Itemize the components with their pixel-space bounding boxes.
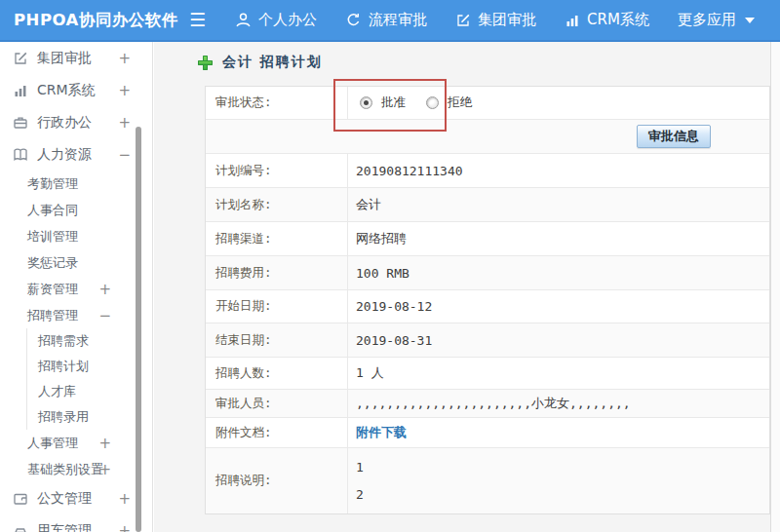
doc-icon (13, 491, 28, 507)
hamburger-menu-icon[interactable]: ☰ (189, 11, 206, 29)
sidebar-item-label: 招聘需求 (38, 332, 89, 350)
expand-plus-icon[interactable]: + (118, 490, 131, 508)
sidebar-item-基础类别设置[interactable]: 基础类别设置+ (0, 456, 152, 482)
sidebar-item-人力资源[interactable]: 人力资源− (0, 138, 152, 171)
briefcase-icon (13, 115, 28, 131)
row-label: 附件文档: (206, 418, 348, 447)
row-value: 批准拒绝 (348, 87, 769, 119)
process-icon (345, 12, 362, 28)
nav-item-4[interactable]: CRM系统 (565, 11, 649, 29)
row-value: 审批信息 (206, 120, 769, 153)
radio-拒绝[interactable] (426, 96, 439, 109)
row-label: 开始日期: (206, 290, 348, 323)
sidebar-item-公文管理[interactable]: 公文管理+ (0, 482, 152, 514)
row-label: 招聘人数: (206, 358, 348, 389)
sidebar-item-CRM系统[interactable]: CRM系统+ (0, 74, 152, 106)
table-row: 结束日期:2019-08-31 (206, 323, 769, 358)
description-line: 2 (356, 487, 364, 502)
sidebar-item-薪资管理[interactable]: 薪资管理+ (0, 276, 152, 302)
attachment-download-link[interactable]: 附件下载 (356, 424, 407, 441)
sidebar-item-人事合同[interactable]: 人事合同 (0, 197, 152, 223)
nav-item-1[interactable]: 个人办公 (235, 11, 317, 29)
nav-item-label: 更多应用 (678, 11, 736, 29)
expand-plus-icon[interactable]: + (98, 281, 111, 298)
table-row: 计划编号:20190812111340 (206, 154, 769, 188)
chart-icon (565, 13, 580, 28)
nav-item-label: 集团审批 (478, 11, 536, 29)
table-row: 计划名称:会计 (206, 188, 769, 222)
page-title: 会计 招聘计划 (198, 54, 323, 71)
sidebar-item-行政办公[interactable]: 行政办公+ (0, 106, 152, 138)
nav-item-2[interactable]: 流程审批 (345, 11, 427, 29)
sidebar-item-人才库[interactable]: 人才库 (26, 379, 152, 404)
sidebar-item-label: 薪资管理 (27, 281, 78, 298)
collapse-minus-icon[interactable]: − (118, 146, 131, 164)
sidebar-scrollbar-thumb[interactable] (136, 127, 141, 532)
vertical-scrollbar[interactable] (770, 42, 780, 532)
radio-批准[interactable] (360, 96, 372, 109)
chart-icon (13, 83, 28, 98)
expand-plus-icon[interactable]: + (98, 435, 111, 452)
caret-down-icon (745, 18, 755, 23)
sidebar-item-集团审批[interactable]: 集团审批+ (0, 42, 152, 74)
sidebar-item-用车管理[interactable]: 用车管理+ (0, 514, 152, 532)
sidebar-item-招聘管理[interactable]: 招聘管理− (0, 302, 152, 328)
sidebar-item-人事管理[interactable]: 人事管理+ (0, 430, 152, 456)
table-row: 审批信息 (206, 120, 769, 154)
sidebar-item-考勤管理[interactable]: 考勤管理 (0, 171, 152, 197)
row-value: 20190812111340 (348, 154, 769, 187)
edit-icon (455, 13, 471, 28)
sidebar: 集团审批+CRM系统+行政办公+人力资源−考勤管理人事合同培训管理奖惩记录薪资管… (0, 42, 153, 532)
row-label: 招聘费用: (206, 256, 348, 289)
sidebar-item-label: 人事管理 (27, 435, 78, 452)
form-table: 审批状态:批准拒绝审批信息计划编号:20190812111340计划名称:会计招… (205, 86, 770, 514)
page-title-text: 会计 招聘计划 (222, 54, 323, 71)
sidebar-item-label: 行政办公 (37, 114, 92, 132)
row-value: 2019-08-12 (348, 290, 769, 323)
sidebar-item-奖惩记录[interactable]: 奖惩记录 (0, 249, 152, 276)
sidebar-item-label: 人事合同 (27, 202, 78, 219)
sidebar-item-招聘需求[interactable]: 招聘需求 (26, 328, 152, 354)
user-icon (235, 12, 252, 28)
sidebar-item-label: 招聘计划 (38, 358, 89, 375)
expand-plus-icon[interactable]: + (118, 522, 131, 532)
row-value: 12 (348, 448, 769, 513)
sidebar-item-label: 招聘管理 (27, 307, 78, 324)
sidebar-item-label: 培训管理 (27, 228, 78, 246)
table-row: 招聘渠道:网络招聘 (206, 222, 769, 256)
row-label: 招聘说明: (206, 448, 348, 513)
table-row: 审批状态:批准拒绝 (206, 87, 769, 120)
approval-status-radio-group: 批准拒绝 (356, 95, 484, 111)
description-line: 1 (356, 460, 364, 475)
expand-plus-icon[interactable]: + (98, 461, 111, 478)
sidebar-item-培训管理[interactable]: 培训管理 (0, 223, 152, 249)
top-navigation: 个人办公流程审批集团审批CRM系统更多应用 (235, 11, 780, 29)
sidebar-item-label: CRM系统 (37, 82, 96, 99)
radio-dot (364, 100, 369, 105)
edit-icon (13, 51, 28, 66)
car-icon (13, 523, 28, 532)
sidebar-item-label: 招聘录用 (38, 408, 89, 426)
approval-info-button[interactable]: 审批信息 (637, 125, 711, 148)
sidebar-item-招聘录用[interactable]: 招聘录用 (26, 404, 152, 430)
row-value: 100 RMB (348, 256, 769, 289)
expand-plus-icon[interactable]: + (118, 82, 131, 99)
main-content: 会计 招聘计划 审批状态:批准拒绝审批信息计划编号:20190812111340… (154, 42, 770, 532)
row-label: 结束日期: (206, 323, 348, 357)
row-value: 1 人 (348, 358, 769, 389)
expand-plus-icon[interactable]: + (118, 114, 131, 132)
expand-plus-icon[interactable]: + (118, 50, 131, 67)
collapse-minus-icon[interactable]: − (98, 307, 111, 324)
radio-label: 拒绝 (448, 95, 472, 111)
row-label: 招聘渠道: (206, 222, 348, 255)
row-value: 附件下载 (348, 418, 769, 447)
sidebar-item-招聘计划[interactable]: 招聘计划 (26, 354, 152, 379)
nav-item-5[interactable]: 更多应用 (678, 11, 755, 29)
row-value: ,,,,,,,,,,,,,,,,,,,,,,,小龙女,,,,,,,, (348, 390, 769, 417)
radio-label: 批准 (381, 95, 406, 111)
book-icon (13, 147, 28, 163)
sidebar-item-label: 用车管理 (37, 522, 92, 532)
table-row: 开始日期:2019-08-12 (206, 290, 769, 323)
table-row: 招聘费用:100 RMB (206, 256, 769, 290)
nav-item-3[interactable]: 集团审批 (455, 11, 536, 29)
